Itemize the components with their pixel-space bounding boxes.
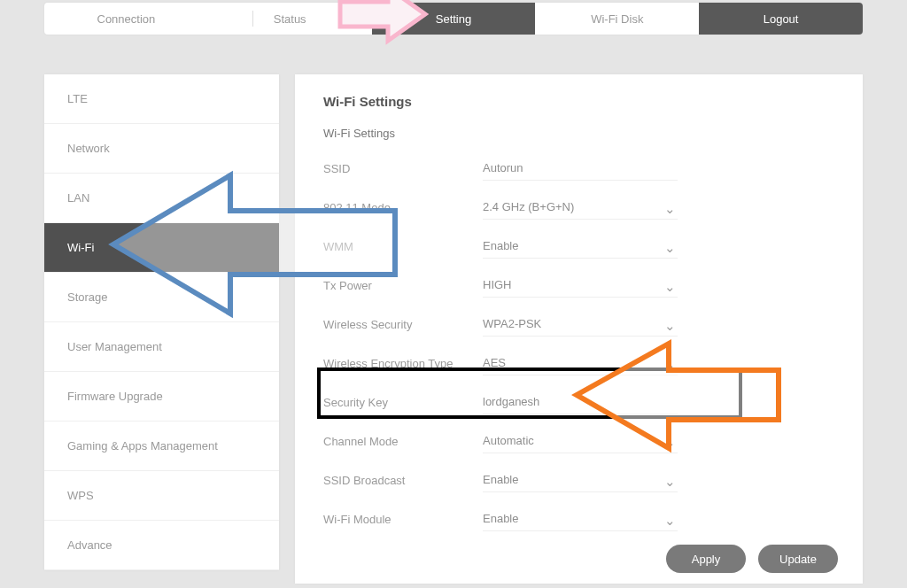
sidebar-item-wps[interactable]: WPS [44, 471, 279, 521]
update-button[interactable]: Update [758, 545, 838, 573]
sidebar-item-lan[interactable]: LAN [44, 174, 279, 223]
sidebar-item-label: LTE [67, 92, 88, 105]
broadcast-select[interactable]: Enable ⌄ [483, 468, 678, 492]
label-security: Wireless Security [323, 318, 483, 331]
module-select[interactable]: Enable ⌄ [483, 507, 678, 531]
tab-wifi-disk[interactable]: Wi-Fi Disk [535, 3, 699, 35]
row-mode: 802.11 Mode 2.4 GHz (B+G+N) ⌄ [323, 188, 834, 227]
sidebar-item-label: Advance [67, 538, 112, 552]
encryption-select[interactable]: AES ⌄ [483, 351, 678, 375]
security-key-field[interactable] [483, 390, 678, 414]
mode-value: 2.4 GHz (B+G+N) [483, 195, 678, 220]
sidebar-item-label: Wi-Fi [67, 241, 94, 254]
sidebar-item-advance[interactable]: Advance [44, 521, 279, 570]
label-mode: 802.11 Mode [323, 201, 483, 214]
sidebar-item-firmware-upgrade[interactable]: Firmware Upgrade [44, 372, 279, 422]
broadcast-value: Enable [483, 468, 678, 492]
ssid-input[interactable] [483, 156, 678, 181]
label-broadcast: SSID Broadcast [323, 474, 483, 487]
sidebar-item-label: User Management [67, 340, 162, 353]
row-module: Wi-Fi Module Enable ⌄ [323, 499, 834, 538]
topnav: Connection Status Setting Wi-Fi Disk Log… [44, 3, 863, 35]
wmm-value: Enable [483, 234, 678, 259]
sidebar-item-gaming-apps[interactable]: Gaming & Apps Management [44, 422, 279, 471]
tab-connection-label: Connection [97, 12, 156, 26]
sidebar-item-label: WPS [67, 489, 94, 502]
row-wmm: WMM Enable ⌄ [323, 227, 834, 266]
ssid-field[interactable] [483, 156, 678, 181]
channel-select[interactable]: Automatic ⌄ [483, 429, 678, 453]
row-broadcast: SSID Broadcast Enable ⌄ [323, 460, 834, 499]
sidebar-item-wifi[interactable]: Wi-Fi [44, 223, 279, 273]
txpower-select[interactable]: HIGH ⌄ [483, 273, 678, 298]
sidebar-item-network[interactable]: Network [44, 124, 279, 174]
section-title: Wi-Fi Settings [295, 127, 863, 149]
encryption-value: AES [483, 351, 678, 375]
tab-connection[interactable]: Connection [44, 3, 208, 35]
row-encryption: Wireless Encryption Type AES ⌄ [323, 344, 834, 383]
security-select[interactable]: WPA2-PSK ⌄ [483, 312, 678, 337]
form-rows: SSID 802.11 Mode 2.4 GHz (B+G+N) ⌄ WMM E… [295, 149, 863, 538]
page-title: Wi-Fi Settings [295, 74, 863, 127]
row-channel: Channel Mode Automatic ⌄ [323, 422, 834, 460]
tab-logout-label: Logout [764, 12, 799, 26]
tab-wifi-disk-label: Wi-Fi Disk [591, 12, 643, 26]
tab-status[interactable]: Status [208, 3, 372, 35]
security-key-input[interactable] [483, 390, 678, 414]
label-channel: Channel Mode [323, 435, 483, 448]
label-wmm: WMM [323, 240, 483, 253]
row-ssid: SSID [323, 149, 834, 188]
label-module: Wi-Fi Module [323, 513, 483, 526]
tab-logout[interactable]: Logout [699, 3, 863, 35]
sidebar-item-lte[interactable]: LTE [44, 74, 279, 124]
module-value: Enable [483, 507, 678, 531]
sidebar-item-label: Firmware Upgrade [67, 390, 163, 403]
tab-setting-label: Setting [436, 12, 471, 26]
label-encryption: Wireless Encryption Type [323, 357, 483, 370]
sidebar-item-user-management[interactable]: User Management [44, 322, 279, 372]
security-value: WPA2-PSK [483, 312, 678, 337]
tab-setting[interactable]: Setting [372, 3, 536, 35]
row-security: Wireless Security WPA2-PSK ⌄ [323, 305, 834, 344]
row-security-key: Security Key [323, 383, 834, 422]
label-security-key: Security Key [323, 396, 483, 409]
wmm-select[interactable]: Enable ⌄ [483, 234, 678, 259]
sidebar-item-label: LAN [67, 191, 89, 205]
tab-status-label: Status [274, 12, 306, 26]
sidebar: LTE Network LAN Wi-Fi Storage User Manag… [44, 74, 279, 570]
mode-select[interactable]: 2.4 GHz (B+G+N) ⌄ [483, 195, 678, 220]
label-txpower: Tx Power [323, 279, 483, 292]
row-txpower: Tx Power HIGH ⌄ [323, 266, 834, 305]
sidebar-item-label: Storage [67, 290, 108, 304]
sidebar-item-label: Gaming & Apps Management [67, 439, 218, 453]
txpower-value: HIGH [483, 273, 678, 298]
label-ssid: SSID [323, 162, 483, 175]
sidebar-item-storage[interactable]: Storage [44, 273, 279, 322]
apply-button[interactable]: Apply [666, 545, 746, 573]
main-panel: Wi-Fi Settings Wi-Fi Settings SSID 802.1… [295, 74, 863, 584]
sidebar-item-label: Network [67, 142, 110, 155]
channel-value: Automatic [483, 429, 678, 453]
footer-buttons: Apply Update [666, 545, 838, 573]
